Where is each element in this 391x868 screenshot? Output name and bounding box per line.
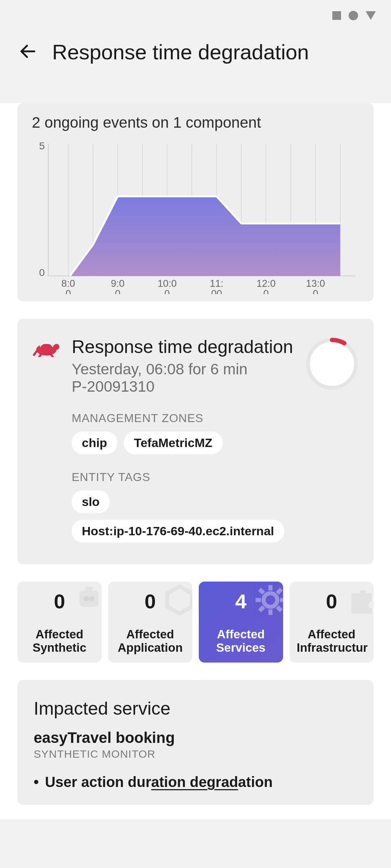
affected-tiles: 0 Affected Synthetic 0 Affected Applicat… — [17, 582, 374, 663]
problem-card[interactable]: Response time degradation Yesterday, 06:… — [17, 319, 374, 564]
impacted-title: Impacted service — [34, 698, 357, 719]
ytick-5: 5 — [39, 140, 45, 152]
area-series — [70, 196, 340, 276]
events-chart-card[interactable]: 2 ongoing events on 1 component — [17, 103, 374, 301]
xtick-2: 10:0 — [157, 278, 177, 289]
problem-count-circle: 3 — [305, 337, 359, 391]
management-zones-pills: chip TefaMetricMZ — [72, 431, 294, 454]
tile-affected-application[interactable]: 0 Affected Application — [108, 582, 193, 663]
problem-body: Response time degradation Yesterday, 06:… — [72, 337, 294, 542]
tag-pill[interactable]: Host:ip-10-176-69-40.ec2.internal — [72, 520, 284, 542]
svg-text:0: 0 — [164, 288, 170, 294]
content-area: 2 ongoing events on 1 component — [0, 103, 391, 819]
area-chart: 5 0 8:0 0 9:0 0 10:0 0 11: 00 12:0 0 13:… — [32, 139, 359, 294]
xtick-1: 9:0 — [111, 278, 125, 289]
entity-tags-label: ENTITY TAGS — [72, 471, 294, 484]
svg-point-25 — [54, 344, 59, 350]
problem-id: P-20091310 — [72, 378, 294, 395]
xtick-3: 11: — [210, 278, 223, 289]
entity-tags-pills: slo Host:ip-10-176-69-40.ec2.internal — [72, 490, 294, 542]
tile-label: Affected Synthetic — [25, 627, 94, 655]
status-triangle-icon — [365, 10, 377, 22]
tile-affected-services[interactable]: 4 Affected Services — [199, 582, 283, 663]
svg-text:00: 00 — [211, 288, 222, 294]
status-circle-icon — [348, 10, 358, 22]
page-title: Response time degradation — [52, 40, 309, 64]
tile-affected-synthetic[interactable]: 0 Affected Synthetic — [17, 582, 102, 663]
impacted-service-type: SYNTHETIC MONITOR — [34, 748, 357, 760]
svg-text:0: 0 — [263, 288, 269, 294]
tile-label: Affected Services — [206, 627, 276, 655]
tile-count: 4 — [206, 590, 276, 613]
svg-line-39 — [277, 607, 281, 610]
status-square-icon — [332, 10, 342, 22]
tile-label: Affected Application — [115, 627, 185, 655]
status-bar — [0, 0, 391, 33]
tile-count: 0 — [297, 590, 367, 613]
svg-point-24 — [36, 344, 56, 356]
svg-text:0: 0 — [313, 288, 318, 294]
xtick-4: 12:0 — [256, 278, 276, 289]
chart-area: 5 0 8:0 0 9:0 0 10:0 0 11: 00 12:0 0 13:… — [17, 139, 374, 294]
problem-title: Response time degradation — [72, 337, 294, 358]
svg-rect-0 — [332, 11, 341, 20]
svg-line-40 — [277, 589, 281, 593]
header: Response time degradation — [0, 33, 391, 86]
svg-point-1 — [349, 11, 358, 20]
impacted-service-name: easyTravel booking — [34, 729, 357, 746]
turtle-icon — [32, 337, 61, 542]
xtick-0: 8:0 — [62, 278, 75, 289]
bullet-dot-icon: • — [34, 774, 39, 790]
impacted-bullet: • User action duration degradation — [34, 774, 357, 790]
back-arrow-icon[interactable] — [18, 42, 38, 63]
svg-text:0: 0 — [66, 288, 71, 294]
tile-label: Affected Infrastructur — [297, 627, 367, 655]
management-zones-label: MANAGEMENT ZONES — [72, 412, 294, 425]
tile-count: 0 — [25, 590, 94, 613]
impacted-service-card[interactable]: Impacted service easyTravel booking SYNT… — [17, 680, 374, 805]
svg-text:0: 0 — [115, 288, 121, 294]
mz-pill[interactable]: chip — [72, 431, 117, 454]
mz-pill[interactable]: TefaMetricMZ — [124, 431, 223, 454]
chart-title: 2 ongoing events on 1 component — [17, 114, 374, 139]
problem-subtitle: Yesterday, 06:08 for 6 min — [72, 361, 294, 378]
svg-marker-2 — [366, 11, 376, 20]
ytick-0: 0 — [39, 267, 45, 278]
xtick-5: 13:0 — [306, 278, 325, 289]
tile-count: 0 — [115, 590, 185, 613]
tile-affected-infrastructure[interactable]: 0 Affected Infrastructur — [290, 582, 374, 663]
tag-pill[interactable]: slo — [72, 490, 110, 513]
